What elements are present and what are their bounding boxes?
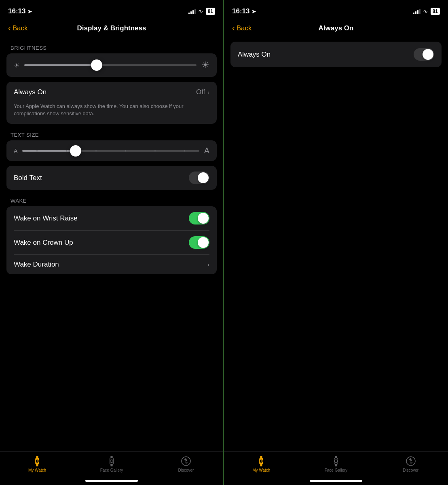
home-indicator-right [310,480,362,482]
wake-wrist-toggle[interactable] [189,212,209,224]
always-on-toggle-label: Always On [238,51,270,59]
page-title-left: Display & Brightness [77,24,146,32]
wake-card: Wake on Wrist Raise Wake on Crown Up Wak… [6,206,217,274]
status-icons-right: ∿ 81 [413,8,440,15]
text-size-slider-track[interactable] [22,150,199,152]
back-button-right[interactable]: ‹ Back [232,23,251,33]
wake-section-label: WAKE [6,195,217,206]
brightness-high-icon: ☀ [201,60,209,70]
svg-marker-12 [185,461,188,464]
battery-icon: 81 [206,8,215,15]
tab-my-watch-label-right: My Watch [252,468,270,472]
svg-rect-7 [110,456,112,458]
tab-my-watch-left[interactable]: My Watch [23,456,51,472]
wifi-icon-right: ∿ [423,8,428,15]
brightness-slider-row: ☀ ☀ [6,53,217,77]
tab-discover-right[interactable]: Discover [397,456,425,472]
svg-rect-1 [36,456,38,458]
face-gallery-icon-left [106,456,117,466]
tick-3 [95,150,97,151]
time-left: 16:13 ➤ [8,7,32,15]
tick-5 [154,150,156,151]
text-size-slider-thumb[interactable] [70,145,81,157]
tab-bar-left: My Watch Face Gallery Discover [0,451,223,485]
status-bar-right: 16:13 ➤ ∿ 81 [224,0,448,20]
bold-text-toggle-knob [198,172,209,183]
time-right: 16:13 ➤ [232,7,256,15]
wake-crown-row: Wake on Crown Up [6,231,217,254]
svg-point-9 [110,460,113,463]
wake-duration-label: Wake Duration [14,261,59,269]
tab-discover-left[interactable]: Discover [172,456,200,472]
always-on-description: Your Apple Watch can always show the tim… [6,103,217,124]
wake-duration-chevron: › [207,261,209,268]
wake-wrist-toggle-knob [198,213,209,224]
wake-wrist-row: Wake on Wrist Raise [6,206,217,230]
back-label-right: Back [237,24,252,32]
always-on-label: Always On [14,88,46,96]
bold-text-toggle[interactable] [189,172,209,184]
always-on-toggle[interactable] [414,48,434,61]
wake-crown-toggle[interactable] [189,236,209,249]
tab-my-watch-right[interactable]: My Watch [247,456,275,472]
svg-marker-25 [410,461,413,464]
tab-face-gallery-left[interactable]: Face Gallery [97,456,126,472]
back-chevron-left: ‹ [8,23,11,33]
back-button-left[interactable]: ‹ Back [8,23,27,33]
wake-wrist-label: Wake on Wrist Raise [14,214,78,222]
tick-6 [184,150,185,151]
always-on-chevron: › [207,89,209,95]
location-icon-right: ➤ [251,8,256,15]
status-bar-left: 16:13 ➤ ∿ 81 [0,0,223,20]
brightness-section-label: BRIGHTNESS [6,42,217,53]
svg-rect-2 [36,464,38,466]
always-on-row[interactable]: Always On Off › [6,82,217,103]
tick-1 [36,150,38,151]
always-on-toggle-knob [423,49,433,60]
svg-marker-11 [184,458,187,461]
svg-rect-21 [335,464,337,466]
text-size-small-icon: A [14,148,17,154]
svg-marker-24 [409,458,412,461]
battery-level: 81 [208,8,213,14]
nav-bar-left: ‹ Back Display & Brightness [0,20,223,38]
time-text: 16:13 [8,7,25,15]
wake-crown-toggle-knob [198,237,209,248]
wake-crown-label: Wake on Crown Up [14,239,73,247]
bold-text-row: Bold Text [6,166,217,190]
text-size-section-label: TEXT SIZE [6,129,217,140]
my-watch-icon-left [32,456,42,466]
bold-text-card: Bold Text [6,166,217,190]
back-chevron-right: ‹ [232,23,235,33]
status-icons-left: ∿ 81 [188,8,215,15]
tab-my-watch-label-left: My Watch [28,468,46,472]
brightness-slider-track[interactable] [24,64,197,66]
left-screen: 16:13 ➤ ∿ 81 ‹ Back Display & Brightness… [0,0,224,485]
tab-face-gallery-label-left: Face Gallery [100,468,123,472]
always-on-value: Off › [196,88,209,96]
home-indicator-left [85,480,138,482]
tab-discover-label-right: Discover [403,468,418,472]
tab-face-gallery-right[interactable]: Face Gallery [322,456,350,472]
tab-face-gallery-label-right: Face Gallery [325,468,348,472]
text-size-slider-row: A A [6,140,217,161]
always-on-toggle-row: Always On [230,42,442,67]
page-title-right: Always On [319,24,354,32]
text-size-large-icon: A [204,146,209,155]
wifi-icon: ∿ [198,8,203,15]
svg-point-22 [335,460,338,463]
tick-2 [66,150,67,151]
signal-icon [188,8,196,14]
always-on-toggle-card: Always On [230,42,442,67]
discover-icon-right [406,456,416,466]
content-right: Always On [224,38,448,451]
face-gallery-icon-right [331,456,341,466]
back-label-left: Back [13,24,28,32]
svg-rect-20 [335,456,337,458]
discover-icon-left [181,456,191,466]
tab-bar-right: My Watch Face Gallery Discover [224,451,448,485]
brightness-slider-thumb[interactable] [91,59,102,71]
my-watch-icon-right [256,456,266,466]
wake-duration-row[interactable]: Wake Duration › [6,255,217,274]
svg-rect-15 [260,464,262,466]
